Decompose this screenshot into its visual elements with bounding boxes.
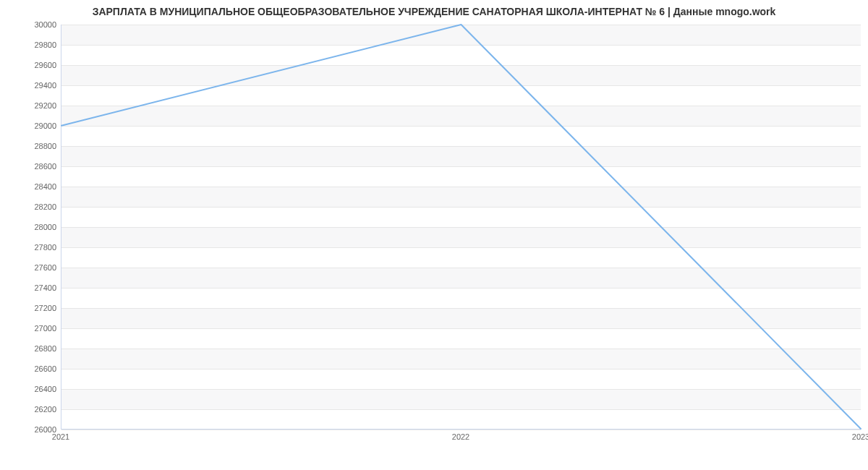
y-tick-label: 29200: [13, 101, 56, 110]
line-series: [61, 25, 861, 429]
y-tick-label: 28000: [13, 223, 56, 231]
y-tick-label: 26400: [13, 385, 56, 393]
y-tick-label: 28400: [13, 182, 56, 191]
y-tick-label: 26600: [13, 364, 56, 373]
y-tick-label: 29400: [13, 81, 56, 90]
plot-area: [61, 25, 861, 430]
series-polyline: [61, 25, 861, 429]
y-tick-label: 28800: [13, 142, 56, 150]
y-tick-label: 27200: [13, 304, 56, 312]
y-tick-label: 30000: [13, 20, 56, 29]
x-tick-label: 2022: [452, 432, 469, 441]
y-tick-label: 29800: [13, 40, 56, 49]
chart-title: ЗАРПЛАТА В МУНИЦИПАЛЬНОЕ ОБЩЕОБРАЗОВАТЕЛ…: [0, 6, 868, 17]
y-tick-label: 27400: [13, 283, 56, 292]
y-tick-label: 26800: [13, 344, 56, 353]
x-tick-label: 2023: [852, 432, 868, 441]
x-tick-label: 2021: [52, 432, 69, 441]
y-tick-label: 27800: [13, 243, 56, 252]
y-tick-label: 27600: [13, 263, 56, 272]
y-tick-label: 28600: [13, 162, 56, 171]
y-tick-label: 29600: [13, 61, 56, 69]
y-tick-label: 28200: [13, 202, 56, 211]
chart-container: ЗАРПЛАТА В МУНИЦИПАЛЬНОЕ ОБЩЕОБРАЗОВАТЕЛ…: [0, 0, 868, 470]
y-tick-label: 27000: [13, 324, 56, 333]
y-tick-label: 26000: [13, 425, 56, 434]
y-tick-label: 29000: [13, 121, 56, 130]
y-tick-label: 26200: [13, 405, 56, 414]
gridline: [61, 430, 861, 430]
